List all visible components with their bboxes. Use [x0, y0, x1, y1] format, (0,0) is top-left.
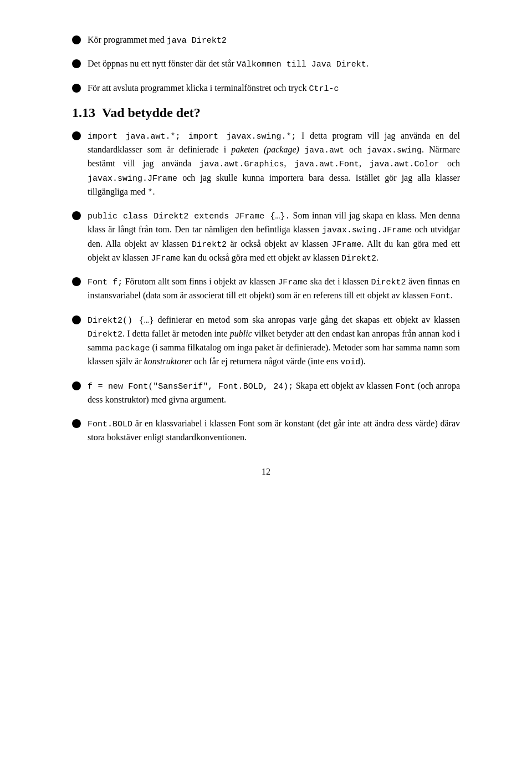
code-inline: Ctrl-c — [309, 84, 339, 94]
bullet-icon — [72, 59, 81, 68]
list-item: import java.awt.*; import javax.swing.*;… — [72, 129, 460, 199]
code-inline: f = new Font("SansSerif", Font.BOLD, 24)… — [88, 382, 293, 391]
bullet-icon — [72, 277, 81, 286]
code-inline: * — [147, 188, 152, 197]
page: Kör programmet med java Direkt2 Det öppn… — [72, 0, 460, 784]
code-inline: JFrame — [151, 254, 181, 263]
code-inline: Direkt2 — [88, 330, 122, 339]
list-item: Font f; Förutom allt som finns i objekt … — [72, 275, 460, 303]
code-inline: javax.swing — [367, 146, 422, 155]
list-item: Font.BOLD är en klassvariabel i klassen … — [72, 417, 460, 445]
italic-text: paketen (package) — [231, 145, 299, 154]
list-item-content: Direkt2() {…} definierar en metod som sk… — [88, 313, 460, 369]
code-inline: Font.BOLD — [88, 420, 132, 429]
code-inline: javax.swing.JFrame — [88, 174, 177, 184]
italic-text: public — [230, 329, 252, 338]
code-inline: Font — [431, 292, 451, 301]
code-inline: JFrame — [331, 240, 361, 250]
bullet-icon — [72, 35, 81, 44]
section-number: 1.13 — [72, 105, 95, 120]
code-inline: java.awt — [304, 146, 344, 155]
section-title: Vad betydde det? — [102, 105, 201, 120]
list-item-content: import java.awt.*; import javax.swing.*;… — [88, 129, 460, 199]
list-item-content: public class Direkt2 extends JFrame {…}.… — [88, 209, 460, 265]
list-item: f = new Font("SansSerif", Font.BOLD, 24)… — [72, 379, 460, 407]
list-item-content: Det öppnas nu ett nytt fönster där det s… — [88, 57, 460, 71]
code-inline: javax.swing.JFrame — [322, 226, 412, 235]
italic-text: konstruktorer — [144, 357, 192, 366]
bullet-icon — [72, 211, 81, 220]
bullet-icon — [72, 419, 81, 428]
code-inline: java.awt.Graphics — [200, 160, 284, 169]
page-number: 12 — [72, 467, 460, 477]
code-inline: Font f; — [88, 278, 122, 287]
code-inline: Font — [395, 382, 415, 391]
code-inline: java.awt.Font — [294, 160, 359, 169]
list-item-content: Font.BOLD är en klassvariabel i klassen … — [88, 417, 460, 445]
code-inline: java Direkt2 — [167, 36, 227, 45]
top-bullet-list: Kör programmet med java Direkt2 Det öppn… — [72, 33, 460, 95]
list-item-content: Font f; Förutom allt som finns i objekt … — [88, 275, 460, 303]
code-inline: void — [340, 358, 360, 367]
bullet-icon — [72, 84, 81, 93]
code-inline: import java.awt.*; import javax.swing.*; — [88, 132, 296, 141]
list-item: public class Direkt2 extends JFrame {…}.… — [72, 209, 460, 265]
code-inline: JFrame — [278, 278, 308, 287]
bullet-icon — [72, 315, 81, 324]
section-bullet-list: import java.awt.*; import javax.swing.*;… — [72, 129, 460, 445]
code-inline: java.awt.Color — [369, 160, 439, 169]
list-item-content: För att avsluta programmet klicka i term… — [88, 82, 460, 95]
bullet-icon — [72, 381, 81, 390]
code-inline: Direkt2() {…} — [88, 316, 154, 325]
list-item: Det öppnas nu ett nytt fönster där det s… — [72, 57, 460, 71]
code-inline: Välkommen till Java Direkt — [237, 60, 366, 69]
bullet-icon — [72, 131, 81, 140]
code-inline: Direkt2 — [371, 278, 406, 287]
list-item: För att avsluta programmet klicka i term… — [72, 82, 460, 95]
list-item-content: Kör programmet med java Direkt2 — [88, 33, 460, 47]
list-item: Direkt2() {…} definierar en metod som sk… — [72, 313, 460, 369]
code-inline: package — [115, 344, 150, 353]
code-inline: Direkt2 — [192, 240, 227, 250]
code-inline: Direkt2 — [341, 254, 376, 263]
list-item-content: f = new Font("SansSerif", Font.BOLD, 24)… — [88, 379, 460, 407]
list-item: Kör programmet med java Direkt2 — [72, 33, 460, 47]
section-heading: 1.13 Vad betydde det? — [72, 105, 460, 120]
code-inline: public class Direkt2 extends JFrame {…}. — [88, 212, 290, 221]
